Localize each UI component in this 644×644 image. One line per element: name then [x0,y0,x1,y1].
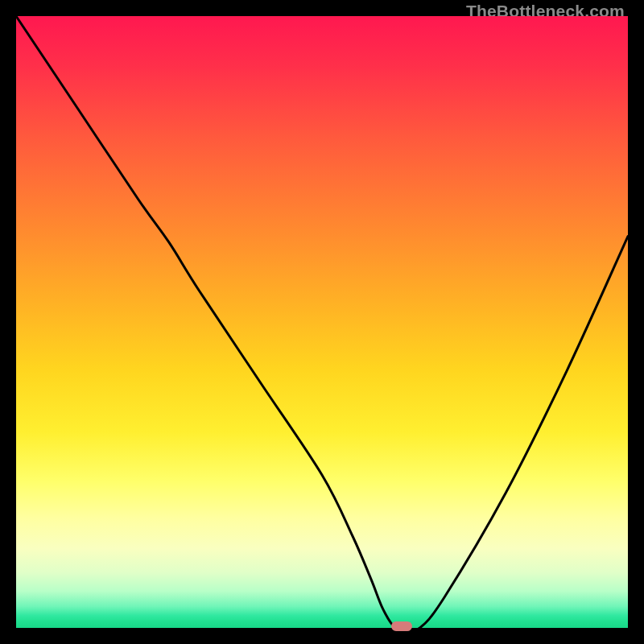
plot-area [16,16,628,628]
chart-frame: TheBottleneck.com [0,0,644,644]
optimal-marker [391,621,412,631]
bottleneck-curve [16,16,628,628]
